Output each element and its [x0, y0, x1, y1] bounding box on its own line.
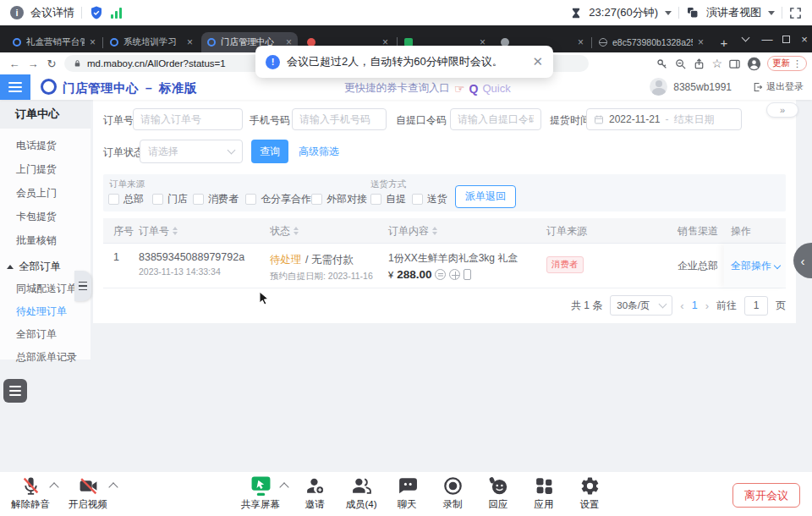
currency-symbol: ¥ [388, 270, 393, 280]
shield-check-icon[interactable] [89, 5, 104, 20]
browser-tab-2[interactable]: 系统培训学习 × [104, 32, 199, 52]
checkbox-icon[interactable] [412, 194, 423, 205]
col-channel: 销售渠道 [672, 218, 718, 244]
tab-close-icon[interactable]: × [187, 36, 193, 48]
dispatch-return-button[interactable]: 派单退回 [455, 185, 516, 208]
forward-icon[interactable]: → [24, 58, 42, 70]
zoom-icon[interactable] [674, 58, 687, 70]
settings-button[interactable]: 设置 [566, 475, 613, 511]
sidebar-item-card-pickup[interactable]: 卡包提货 [0, 205, 91, 228]
video-button[interactable]: 开启视频 [64, 475, 112, 511]
invite-icon [304, 475, 326, 497]
sidebar-drawer-handle[interactable] [74, 271, 91, 301]
divider [678, 7, 679, 19]
checkbox-icon[interactable] [152, 194, 163, 205]
page-size-select[interactable]: 30条/页 [610, 295, 672, 316]
bookmark-star-icon[interactable]: ☆ [711, 57, 722, 70]
pickup-code-input[interactable] [450, 108, 541, 130]
current-page[interactable]: 1 [692, 299, 698, 311]
checkbox-icon[interactable] [193, 194, 204, 205]
apps-button[interactable]: 应用 [520, 475, 568, 511]
meeting-info-icon[interactable]: i [10, 6, 24, 19]
side-panel-icon[interactable] [728, 58, 741, 70]
browser-tab-1[interactable]: 礼盒营销平台管理中心 × [7, 32, 102, 52]
members-button[interactable]: 成员(4) [337, 475, 385, 511]
col-content[interactable]: 订单内容 [383, 218, 437, 244]
sidebar-item-door-pickup[interactable]: 上门提货 [0, 157, 91, 181]
network-signal-icon[interactable] [111, 8, 122, 19]
checkbox-source-warehouse-share[interactable]: 仓分享合作 [245, 192, 311, 206]
timer-caret-down-icon[interactable] [665, 11, 672, 15]
checkbox-delivery-delivery[interactable]: 送货 [412, 192, 447, 206]
share-icon[interactable] [693, 58, 705, 70]
checkbox-source-store[interactable]: 门店 [152, 192, 188, 206]
all-actions-dropdown[interactable]: 全部操作 [731, 244, 780, 273]
sidebar-item-batch-verify[interactable]: 批量核销 [0, 228, 91, 252]
chevron-down-icon [228, 146, 236, 155]
sort-icons[interactable] [294, 227, 299, 235]
view-caret-down-icon[interactable] [768, 11, 775, 15]
order-detail-icon[interactable] [435, 269, 446, 280]
floating-list-button[interactable] [3, 379, 27, 403]
record-button[interactable]: 录制 [429, 475, 476, 511]
sort-icons[interactable] [432, 227, 437, 235]
fullscreen-icon[interactable] [789, 7, 802, 19]
promo-entry[interactable]: 更快捷的券卡查询入口 ☞ Q Quick [344, 81, 511, 96]
kebab-menu-icon[interactable]: ⋮ [793, 58, 802, 69]
date-range-picker[interactable]: 2022-11-21 - 结束日期 [586, 108, 742, 130]
checkbox-icon[interactable] [370, 194, 381, 205]
mute-button[interactable]: 解除静音 [7, 475, 54, 511]
reload-icon[interactable]: ↻ [42, 58, 61, 70]
toast-close-icon[interactable]: ✕ [532, 54, 543, 69]
goto-page-input[interactable] [744, 296, 768, 316]
col-order-no[interactable]: 订单号 [134, 218, 178, 244]
share-screen-button[interactable]: 共享屏幕 [237, 475, 284, 511]
logout-icon [753, 82, 763, 92]
next-page-icon[interactable]: › [705, 299, 709, 312]
chat-button[interactable]: 聊天 [383, 475, 431, 511]
delivery-wheel-icon[interactable] [449, 269, 460, 280]
sidebar-item-phone-pickup[interactable]: 电话提货 [0, 134, 91, 157]
search-button[interactable]: 查询 [251, 140, 288, 163]
order-status-select[interactable]: 请选择 [140, 140, 243, 163]
sidebar-item-hq-dispatch-records[interactable]: 总部派单记录 [0, 346, 91, 369]
reaction-button[interactable]: 回应 [475, 475, 522, 511]
sidebar-item-pending-orders[interactable]: 待处理订单 [0, 300, 91, 323]
key-icon[interactable] [656, 58, 668, 70]
profile-avatar-icon[interactable] [747, 57, 761, 71]
browser-tab-7[interactable]: e8c573980b1328a258fd2e618 × [593, 32, 710, 52]
chrome-update-button[interactable]: 更新 ⋮ [767, 56, 807, 71]
checkbox-icon[interactable] [108, 194, 119, 205]
hamburger-menu-button[interactable] [0, 74, 30, 100]
sidebar-item-member-visit[interactable]: 会员上门 [0, 181, 91, 205]
tab-search-chevron-icon[interactable] [734, 25, 756, 52]
logout-button[interactable]: 退出登录 [753, 80, 804, 93]
view-mode-label[interactable]: 演讲者视图 [706, 5, 761, 20]
sidebar-item-all-orders[interactable]: 全部订单 [0, 323, 91, 346]
sort-icons[interactable] [173, 227, 178, 235]
tab-close-icon[interactable]: × [90, 36, 96, 48]
meeting-details-label[interactable]: 会议详情 [30, 5, 74, 20]
checkbox-source-hq[interactable]: 总部 [108, 192, 144, 206]
col-status[interactable]: 状态 [265, 218, 299, 244]
checkbox-source-external[interactable]: 外部对接 [311, 192, 367, 206]
checkbox-source-consumer[interactable]: 消费者 [193, 192, 239, 206]
leave-meeting-button[interactable]: 离开会议 [732, 483, 800, 508]
back-icon[interactable]: ← [5, 58, 24, 70]
invite-button[interactable]: 邀请 [291, 475, 338, 511]
advanced-filter-link[interactable]: 高级筛选 [299, 145, 339, 159]
phone-preview-icon[interactable] [464, 269, 471, 280]
checkbox-icon[interactable] [245, 194, 256, 205]
tab-close-icon[interactable]: × [698, 36, 704, 48]
prev-page-icon[interactable]: ‹ [680, 299, 683, 312]
order-no-input[interactable] [133, 108, 243, 130]
user-avatar[interactable] [650, 78, 667, 96]
window-close-button[interactable]: × [793, 25, 812, 52]
new-tab-button[interactable]: + [715, 33, 733, 52]
checkbox-icon[interactable] [311, 194, 322, 205]
phone-input[interactable] [292, 108, 387, 130]
collapse-panel-button[interactable]: » [766, 102, 798, 118]
checkbox-delivery-selfpickup[interactable]: 自提 [370, 192, 406, 206]
tab-close-icon[interactable]: × [578, 36, 584, 48]
table-row[interactable]: 1 83859345088979792a 2023-11-13 14:33:34… [103, 244, 786, 288]
